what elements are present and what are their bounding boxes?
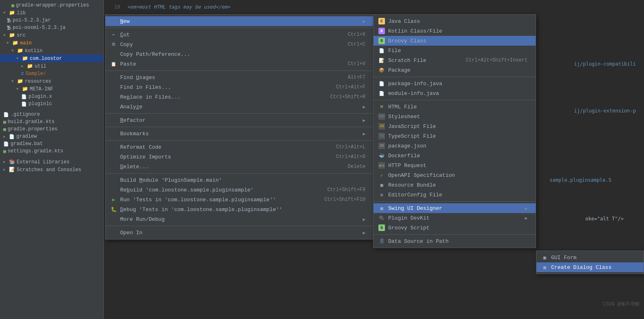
menu-item-copy[interactable]: ⧉ Copy Ctrl+C: [106, 40, 374, 49]
menu-item-plugin-devkit[interactable]: 🔌 Plugin DevKit ▶: [374, 213, 536, 223]
separator-6: [106, 173, 374, 174]
expand-arrow-com: ▼: [16, 57, 20, 61]
tree-item-scratches[interactable]: ▶ 📝 Scratches and Consoles: [0, 166, 103, 174]
menu-item-more-run-debug[interactable]: More Run/Debug ▶: [106, 214, 374, 224]
menu-item-rebuild[interactable]: Rebuild 'com.loostone.sample.pluginsampl…: [106, 185, 374, 195]
menu-item-datasource[interactable]: 🗄 Data Source in Path: [374, 236, 536, 246]
tree-item-lib[interactable]: ▼ 📁 lib: [0, 9, 103, 17]
menu-item-new[interactable]: New ▶: [106, 16, 374, 26]
tree-item-kotlin[interactable]: ▼ 📁 kotlin: [0, 47, 103, 55]
menu-item-file[interactable]: 📄 File: [374, 46, 536, 55]
tree-item-sample[interactable]: C Sample/: [0, 70, 103, 77]
tree-item-gradle-wrapper[interactable]: ▦ gradle-wrapper.properties: [0, 2, 103, 9]
menu-item-resource-bundle[interactable]: ▦ Resource Bundle: [374, 180, 536, 190]
menu-item-http-request[interactable]: API HTTP Request: [374, 161, 536, 170]
expand-arrow-ext: ▶: [3, 160, 7, 164]
menu-item-label: More Run/Debug: [120, 216, 165, 222]
menu-item-run-tests[interactable]: ▶ Run 'Tests in 'com.loostone.sample.plu…: [106, 195, 374, 205]
tree-item-main[interactable]: ▼ 📁 main: [0, 39, 103, 47]
reformat-icon: [110, 144, 117, 150]
tree-item-label: main: [20, 40, 32, 46]
expand-arrow-scratch: ▶: [3, 167, 7, 172]
replace-files-icon: [110, 94, 117, 100]
menu-item-label: TypeScript File: [388, 133, 436, 139]
menu-item-scratch-file[interactable]: 📝 Scratch File Ctrl+Alt+Shift+Insert: [374, 55, 536, 65]
tree-item-label: build.gradle.kts: [8, 119, 55, 125]
tree-item-util[interactable]: ▶ 📁 util: [0, 62, 103, 70]
menu-item-java-class[interactable]: C Java Class: [374, 16, 536, 26]
menu-item-copy-path[interactable]: Copy Path/Reference...: [106, 49, 374, 59]
menu-item-build-module[interactable]: Build Module 'PluginSample.main': [106, 175, 374, 185]
menu-item-analyze[interactable]: Analyze ▶: [106, 102, 374, 112]
menu-item-label: File: [388, 48, 401, 54]
menu-item-find-files[interactable]: Find in Files... Ctrl+Alt+F: [106, 82, 374, 92]
file-new-icon: 📄: [378, 47, 385, 54]
tree-item-gradlew[interactable]: ▶ 📄 gradlew: [0, 133, 103, 140]
tree-item-poi-jar[interactable]: 🗜 poi-5.2.3.jar: [0, 17, 103, 24]
tree-item-com-loostor[interactable]: ▼ 📁 com.loostor: [0, 55, 103, 62]
menu-item-html[interactable]: H HTML File: [374, 102, 536, 112]
tree-item-plugin-xml[interactable]: 📄 plugin.x: [0, 93, 103, 100]
menu-item-groovy-script[interactable]: G Groovy Script: [374, 223, 536, 233]
menu-item-module-info[interactable]: 📄 module-info.java: [374, 88, 536, 98]
menu-item-bookmarks[interactable]: Bookmarks ▶: [106, 129, 374, 139]
tree-item-gitignore[interactable]: 📄 .gitignore: [0, 111, 103, 118]
copy-shortcut: Ctrl+C: [348, 42, 365, 47]
menu-item-create-dialog[interactable]: ▦ Create Dialog Class: [536, 262, 644, 272]
menu-item-label: OpenAPI Specification: [388, 172, 455, 178]
module-info-icon: 📄: [378, 90, 385, 97]
menu-item-package[interactable]: 📦 Package: [374, 65, 536, 75]
tree-item-settings-gradle[interactable]: ▦ settings.gradle.kts: [0, 147, 103, 155]
menu-item-gui-form[interactable]: ▦ GUI Form: [536, 253, 644, 262]
menu-item-optimize[interactable]: Optimize Imports Ctrl+Alt+O: [106, 152, 374, 162]
menu-item-openapi[interactable]: ✓ OpenAPI Specification: [374, 170, 536, 180]
tree-item-build-gradle[interactable]: ▦ build.gradle.kts: [0, 118, 103, 125]
package-new-icon: 📦: [378, 67, 385, 73]
right-panel-text-1: ij/plugin-compatibili: [574, 61, 636, 67]
tree-item-pluginlc[interactable]: 📄 pluginlc: [0, 100, 103, 108]
tree-item-resources[interactable]: ▼ 📁 resources: [0, 77, 103, 85]
tree-item-gradlew-bat[interactable]: 📄 gradlew.bat: [0, 140, 103, 147]
code-line-18: 18 <em>most HTML tags may be used</em>: [104, 3, 644, 11]
right-panel-text-2: ij/plugin-extension-p: [574, 108, 636, 114]
html-icon: H: [378, 103, 385, 110]
tree-item-src[interactable]: ▼ 📁 src: [0, 31, 103, 39]
menu-item-groovy-class[interactable]: G Groovy Class: [374, 36, 536, 46]
menu-item-cut[interactable]: ✂ Cut Ctrl+X: [106, 30, 374, 40]
tree-item-poi-ooxml[interactable]: 🗜 poi-ooxml-5.2.3.ja: [0, 24, 103, 31]
css-icon: CSS: [378, 113, 385, 120]
menu-item-js[interactable]: JS JavaScript File: [374, 121, 536, 131]
tree-item-external-libs[interactable]: ▶ 📚 External Libraries: [0, 158, 103, 166]
menu-item-ts[interactable]: TS TypeScript File: [374, 131, 536, 141]
menu-item-reformat[interactable]: Reformat Code Ctrl+Alt+L: [106, 142, 374, 152]
plugin-devkit-arrow: ▶: [525, 216, 528, 221]
menu-item-replace-files[interactable]: Replace in Files... Ctrl+Shift+R: [106, 92, 374, 102]
tree-item-label: pluginlc: [29, 101, 52, 107]
context-menu-main: New ▶ ✂ Cut Ctrl+X ⧉ Copy Ctrl+C Copy Pa…: [105, 14, 374, 240]
tree-item-label: .gitignore: [11, 112, 40, 117]
tree-item-gradle-props[interactable]: ▦ gradle.properties: [0, 125, 103, 133]
menu-item-label: Swing UI Designer: [388, 205, 442, 211]
gradlew-bat-icon: 📄: [3, 141, 9, 147]
menu-item-package-json[interactable]: JS package.json: [374, 141, 536, 151]
tree-item-metainf[interactable]: ▼ 📁 META-INF: [0, 85, 103, 93]
cut-shortcut: Ctrl+X: [348, 32, 365, 37]
menu-item-refactor[interactable]: Refactor ▶: [106, 115, 374, 125]
tree-item-label: Sample/: [26, 71, 46, 77]
menu-item-paste[interactable]: 📋 Paste Ctrl+V: [106, 59, 374, 69]
settings-gradle-icon: ▦: [3, 149, 6, 154]
menu-item-dockerfile[interactable]: 🐳 Dockerfile: [374, 151, 536, 161]
menu-item-editorconfig[interactable]: ⚙ EditorConfig File: [374, 190, 536, 200]
menu-item-label: Resource Bundle: [388, 182, 436, 188]
menu-item-package-info[interactable]: 📄 package-info.java: [374, 79, 536, 88]
menu-item-find-usages[interactable]: Find Usages Alt+F7: [106, 73, 374, 82]
menu-item-open-in[interactable]: Open In ▶: [106, 228, 374, 238]
menu-item-stylesheet[interactable]: CSS Stylesheet: [374, 112, 536, 121]
menu-item-swing-ui[interactable]: ▦ Swing UI Designer ▶: [374, 203, 536, 213]
menu-item-label: Find Usages: [120, 75, 155, 81]
menu-item-kotlin-class[interactable]: K Kotlin Class/File: [374, 26, 536, 36]
menu-item-delete[interactable]: Delete... Delete: [106, 162, 374, 172]
menu-item-debug-tests[interactable]: 🐛 Debug 'Tests in 'com.loostone.sample.p…: [106, 205, 374, 214]
gitignore-icon: 📄: [3, 112, 9, 117]
find-files-shortcut: Ctrl+Alt+F: [336, 84, 365, 90]
